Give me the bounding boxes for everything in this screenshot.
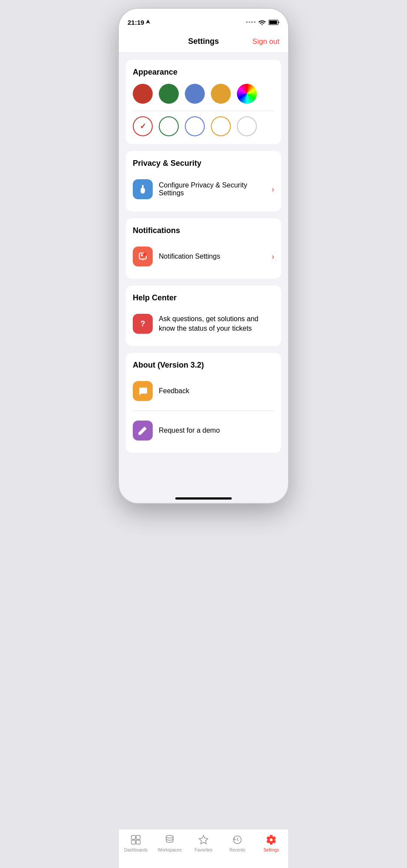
outline-swatch-green[interactable]	[159, 116, 179, 136]
appearance-section: Appearance	[126, 60, 281, 144]
notifications-chevron-icon: ›	[272, 252, 274, 261]
outline-swatch-red[interactable]	[133, 116, 153, 136]
pencil-icon	[138, 425, 148, 436]
appearance-title: Appearance	[133, 68, 274, 77]
sign-out-button[interactable]: Sign out	[253, 37, 279, 46]
svg-rect-3	[141, 254, 143, 256]
color-swatches-row	[133, 84, 274, 104]
help-center-label: Ask questions, get solutions and know th…	[159, 314, 274, 334]
page-title: Settings	[188, 37, 219, 46]
outline-swatch-orange[interactable]	[211, 116, 231, 136]
swatch-orange[interactable]	[211, 84, 231, 104]
notification-bell-icon	[138, 251, 148, 262]
color-outline-row	[133, 116, 274, 136]
privacy-title: Privacy & Security	[133, 159, 274, 168]
time-display: 21:19	[128, 19, 144, 26]
notification-settings-row[interactable]: Notification Settings ›	[133, 242, 274, 271]
request-demo-label: Request for a demo	[159, 427, 274, 434]
notifications-title: Notifications	[133, 226, 274, 235]
outline-swatch-blue[interactable]	[185, 116, 205, 136]
feedback-chat-icon	[138, 386, 148, 396]
nav-bar: Settings Sign out	[119, 30, 288, 53]
demo-icon	[133, 421, 153, 441]
notification-settings-label: Notification Settings	[159, 253, 272, 260]
swatch-rainbow[interactable]	[237, 84, 257, 104]
about-section: About (Version 3.2) Feedback Request for…	[126, 353, 281, 453]
privacy-section: Privacy & Security Configure Privacy & S…	[126, 151, 281, 211]
request-demo-row[interactable]: Request for a demo	[133, 416, 274, 445]
svg-point-4	[143, 253, 147, 256]
about-divider	[133, 411, 274, 411]
about-title: About (Version 3.2)	[133, 361, 274, 370]
phone-frame: 21:19 Settings Sign out	[119, 9, 288, 503]
feedback-label: Feedback	[159, 387, 274, 395]
configure-privacy-row[interactable]: Configure Privacy & Security Settings ›	[133, 175, 274, 204]
feedback-row[interactable]: Feedback	[133, 377, 274, 405]
settings-content: Appearance Privacy & Security	[119, 53, 288, 503]
swatch-red[interactable]	[133, 84, 153, 104]
outline-swatch-gray[interactable]	[237, 116, 257, 136]
help-center-row[interactable]: ? Ask questions, get solutions and know …	[133, 309, 274, 338]
help-center-section: Help Center ? Ask questions, get solutio…	[126, 286, 281, 346]
svg-text:?: ?	[141, 319, 145, 328]
status-bar: 21:19	[119, 9, 288, 30]
svg-rect-1	[269, 20, 277, 24]
swatch-blue[interactable]	[185, 84, 205, 104]
privacy-chevron-icon: ›	[272, 185, 274, 194]
feedback-icon	[133, 381, 153, 401]
notifications-section: Notifications Notification Settings ›	[126, 218, 281, 279]
help-icon: ?	[133, 314, 153, 334]
swatch-green[interactable]	[159, 84, 179, 104]
status-time: 21:19	[128, 19, 150, 26]
help-center-title: Help Center	[133, 293, 274, 302]
home-indicator	[175, 497, 232, 500]
configure-privacy-label: Configure Privacy & Security Settings	[159, 181, 272, 197]
hand-icon	[138, 184, 148, 194]
wifi-icon	[258, 19, 266, 25]
signal-dots-icon	[246, 21, 256, 23]
location-arrow-icon	[146, 20, 150, 25]
battery-icon	[269, 20, 279, 25]
appearance-divider	[133, 111, 274, 111]
privacy-icon	[133, 179, 153, 199]
status-icons	[246, 19, 279, 25]
notification-icon	[133, 247, 153, 266]
question-mark-icon: ?	[138, 319, 148, 329]
